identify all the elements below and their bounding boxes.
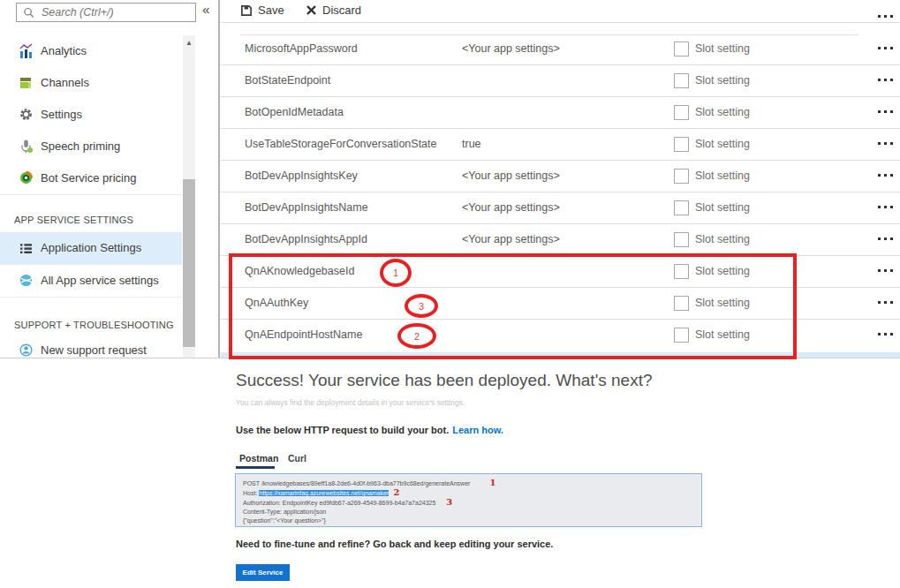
row-options-icon[interactable] xyxy=(878,174,893,177)
row-options-icon[interactable] xyxy=(878,333,893,335)
code-line-host: Host: https://xamarinfaq.azurewebsites.n… xyxy=(243,488,698,498)
code-line-authorization: Authorization: EndpointKey ed9fdb67-a269… xyxy=(243,498,698,508)
sidebar-item-settings[interactable]: Settings xyxy=(0,99,182,132)
annotation-circle-2: 2 xyxy=(397,323,436,349)
slot-setting-checkbox[interactable] xyxy=(674,169,689,184)
tab-curl[interactable]: Curl xyxy=(288,453,306,464)
section-divider xyxy=(0,358,900,358)
search-input[interactable] xyxy=(40,5,195,19)
discard-label: Discard xyxy=(322,4,361,17)
annotation-circle-3: 3 xyxy=(405,294,438,318)
slot-setting-checkbox[interactable] xyxy=(674,264,689,279)
http-request-instruction: Use the below HTTP request to build your… xyxy=(236,425,503,435)
table-row: BotOpenIdMetadata Slot setting xyxy=(221,96,900,129)
setting-value[interactable]: <Your app settings> xyxy=(462,42,560,55)
annotation-marker-3: 3 xyxy=(446,497,452,507)
sidebar-item-channels[interactable]: Channels xyxy=(0,67,182,100)
row-options-icon[interactable] xyxy=(878,79,893,81)
sidebar-item-analytics[interactable]: Analytics xyxy=(0,35,182,68)
tab-postman[interactable]: Postman xyxy=(239,453,278,464)
setting-name[interactable]: BotDevAppInsightsName xyxy=(245,201,368,214)
success-subtitle: You can always find the deployment detai… xyxy=(236,398,465,407)
row-options-icon[interactable] xyxy=(878,206,893,208)
row-options-icon[interactable] xyxy=(878,237,893,240)
slot-setting-label: Slot setting xyxy=(695,42,750,55)
table-row: BotDevAppInsightsAppId <Your app setting… xyxy=(221,223,900,256)
row-options-icon[interactable] xyxy=(878,269,893,272)
table-row: QnAAuthKey Slot setting 3 xyxy=(221,287,900,320)
slot-setting-label: Slot setting xyxy=(695,170,750,182)
sidebar-item-bot-service-pricing[interactable]: Bot Service pricing xyxy=(0,162,182,195)
channels-icon xyxy=(19,75,34,90)
slot-setting-label: Slot setting xyxy=(695,74,750,87)
setting-name[interactable]: MicrosoftAppPassword xyxy=(245,42,358,55)
slot-setting-checkbox[interactable] xyxy=(674,328,689,343)
http-request-code-block: POST /knowledgebases/89eff1a8-2de6-4d0f-… xyxy=(235,473,702,527)
setting-name[interactable]: UseTableStorageForConversationState xyxy=(245,138,436,150)
setting-name[interactable]: QnAEndpointHostName xyxy=(245,328,362,341)
setting-name[interactable]: BotStateEndpoint xyxy=(245,74,330,87)
table-row: MicrosoftAppPassword <Your app settings>… xyxy=(221,33,900,65)
fine-tune-note: Need to fine-tune and refine? Go back an… xyxy=(236,539,553,549)
learn-how-link[interactable]: Learn how. xyxy=(452,425,503,435)
sidebar-section-app-service-settings: APP SERVICE SETTINGS xyxy=(14,215,133,225)
sidebar-item-label: All App service settings xyxy=(41,274,159,287)
scroll-up-icon[interactable]: ▲ xyxy=(184,38,194,49)
setting-name[interactable]: QnAKnowledgebaseId xyxy=(245,265,354,277)
analytics-icon xyxy=(19,43,34,58)
toolbar-divider xyxy=(221,22,900,23)
sidebar-item-label: Speech priming xyxy=(41,139,120,153)
slot-setting-checkbox[interactable] xyxy=(674,105,689,120)
slot-setting-label: Slot setting xyxy=(695,233,750,245)
slot-setting-checkbox[interactable] xyxy=(674,296,689,311)
save-icon xyxy=(240,4,253,17)
microphone-icon xyxy=(19,139,34,154)
slot-setting-checkbox[interactable] xyxy=(674,232,689,247)
code-line-body: {"question":"<Your question>"} xyxy=(243,516,698,525)
slot-setting-label: Slot setting xyxy=(695,265,750,277)
sidebar-item-application-settings[interactable]: Application Settings xyxy=(0,232,182,266)
support-person-icon xyxy=(19,343,34,358)
sidebar-item-label: New support request xyxy=(41,343,147,357)
sidebar-item-speech-priming[interactable]: Speech priming xyxy=(0,131,182,163)
annotation-marker-1: 1 xyxy=(489,478,495,487)
sidebar-item-label: Analytics xyxy=(41,44,87,57)
row-options-icon[interactable] xyxy=(878,110,893,113)
row-options-icon[interactable] xyxy=(878,142,893,145)
setting-value[interactable]: true xyxy=(462,138,481,150)
slot-setting-checkbox[interactable] xyxy=(674,41,689,57)
setting-value[interactable]: <Your app settings> xyxy=(462,170,560,182)
sidebar: Analytics Channels Settings S xyxy=(0,0,221,358)
discard-button[interactable]: Discard xyxy=(306,4,361,17)
setting-name[interactable]: BotDevAppInsightsAppId xyxy=(245,233,367,245)
sidebar-item-label: Channels xyxy=(41,76,89,89)
setting-value[interactable]: <Your app settings> xyxy=(462,233,560,245)
setting-name[interactable]: BotOpenIdMetadata xyxy=(245,106,344,118)
sidebar-item-label: Application Settings xyxy=(41,241,141,254)
setting-name[interactable]: BotDevAppInsightsKey xyxy=(245,170,358,182)
row-options-icon[interactable] xyxy=(878,301,893,304)
slot-setting-label: Slot setting xyxy=(695,138,750,150)
sidebar-item-new-support-request[interactable]: New support request xyxy=(0,338,182,358)
success-title: Success! Your service has been deployed.… xyxy=(236,371,653,390)
table-row: BotStateEndpoint Slot setting xyxy=(221,64,900,97)
sidebar-item-label: Bot Service pricing xyxy=(41,171,136,185)
sidebar-item-label: Settings xyxy=(41,108,82,121)
slot-setting-checkbox[interactable] xyxy=(674,137,689,152)
setting-name[interactable]: QnAAuthKey xyxy=(245,297,308,309)
save-label: Save xyxy=(258,4,284,17)
sidebar-item-all-app-service-settings[interactable]: All App service settings xyxy=(0,265,182,298)
slot-setting-checkbox[interactable] xyxy=(674,200,689,215)
sidebar-collapse-button[interactable]: « xyxy=(202,2,209,17)
sidebar-divider xyxy=(218,0,220,358)
sidebar-scrollbar-thumb[interactable] xyxy=(183,179,195,347)
gear-icon xyxy=(19,107,34,122)
slot-setting-checkbox[interactable] xyxy=(674,73,689,88)
table-row: QnAKnowledgebaseId Slot setting 1 xyxy=(221,255,900,288)
setting-value[interactable]: <Your app settings> xyxy=(462,201,560,214)
save-button[interactable]: Save xyxy=(240,4,284,17)
row-options-icon[interactable] xyxy=(878,15,893,18)
row-options-icon[interactable] xyxy=(878,47,893,49)
edit-service-button[interactable]: Edit Service xyxy=(236,564,290,581)
search-box[interactable] xyxy=(16,3,196,22)
